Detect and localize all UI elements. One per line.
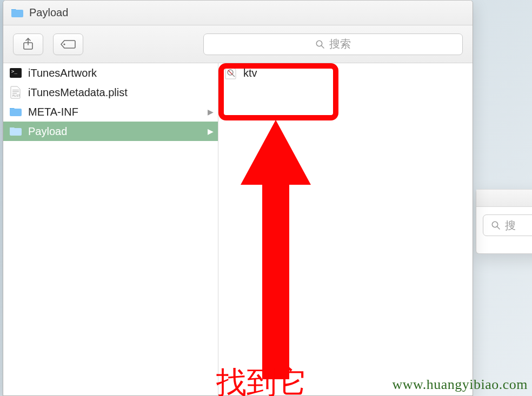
tags-button[interactable] (53, 33, 83, 55)
svg-point-4 (63, 43, 65, 45)
svg-rect-10 (12, 91, 19, 92)
list-item[interactable]: PLIST iTunesMetadata.plist (3, 83, 218, 102)
share-button[interactable] (13, 33, 43, 55)
terminal-icon: >_ (9, 66, 23, 80)
search-icon (315, 39, 325, 49)
column-right[interactable]: ktv (218, 63, 473, 395)
tag-icon (60, 39, 76, 50)
chevron-right-icon: ▶ (208, 127, 214, 135)
list-item[interactable]: Payload ▶ (3, 122, 218, 141)
svg-rect-14 (10, 128, 22, 136)
toolbar: 搜索 (3, 25, 473, 63)
list-item[interactable]: >_ iTunesArtwork (3, 63, 218, 83)
column-view: >_ iTunesArtwork PLIST iTunesMetadata.pl… (3, 63, 473, 395)
svg-text:>_: >_ (11, 69, 17, 74)
svg-line-1 (497, 227, 500, 230)
list-item-label: META-INF (28, 106, 202, 118)
search-icon (491, 220, 501, 230)
folder-icon (11, 8, 24, 18)
svg-rect-9 (12, 90, 19, 90)
list-item-label: iTunesArtwork (28, 67, 214, 79)
plist-icon: PLIST (9, 85, 23, 99)
svg-line-6 (322, 45, 324, 48)
share-icon (22, 38, 34, 51)
column-left[interactable]: >_ iTunesArtwork PLIST iTunesMetadata.pl… (3, 63, 218, 395)
background-window: 搜 (476, 189, 532, 254)
search-input[interactable]: 搜索 (203, 33, 463, 55)
list-item-label: Payload (28, 125, 202, 138)
svg-text:PLIST: PLIST (12, 94, 20, 97)
app-icon (224, 66, 238, 80)
folder-icon (9, 124, 23, 138)
finder-window: Payload 搜索 (3, 0, 473, 396)
list-item[interactable]: ktv (218, 63, 473, 83)
search-placeholder: 搜索 (329, 37, 351, 51)
background-search-placeholder: 搜 (505, 218, 516, 233)
background-search-input[interactable]: 搜 (483, 214, 532, 236)
background-window-titlebar (476, 190, 532, 207)
chevron-right-icon: ▶ (208, 108, 214, 116)
list-item[interactable]: META-INF ▶ (3, 102, 218, 122)
titlebar[interactable]: Payload (3, 1, 473, 25)
list-item-label: iTunesMetadata.plist (28, 86, 214, 99)
folder-icon (9, 105, 23, 119)
list-item-label: ktv (243, 67, 468, 79)
svg-rect-2 (11, 10, 23, 17)
svg-rect-13 (10, 109, 22, 116)
window-title: Payload (29, 6, 68, 19)
